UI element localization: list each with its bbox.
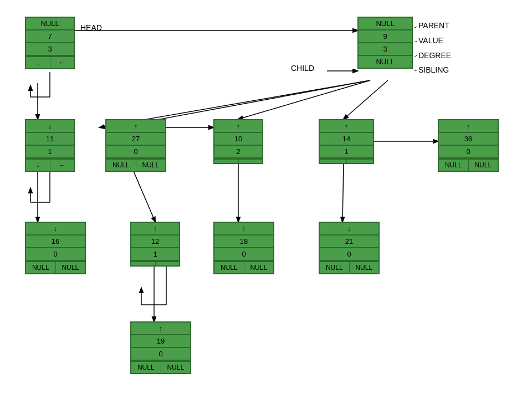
n10-arrow: ↑	[214, 120, 262, 133]
n18-val: 18	[214, 236, 273, 248]
n12-ptrs	[131, 261, 179, 265]
n9-null: NULL	[359, 56, 412, 68]
n14-sib	[347, 160, 374, 163]
n18-null2: NULL	[244, 262, 274, 273]
n21-null2: NULL	[350, 262, 379, 273]
n16-arrow: ↓	[26, 223, 85, 236]
svg-line-8	[344, 80, 388, 119]
n36-deg: 0	[439, 146, 498, 158]
n36-arrow: ↑	[439, 120, 498, 133]
label-lines	[0, 0, 532, 399]
svg-line-16	[342, 163, 344, 222]
n27-null2: NULL	[136, 160, 166, 171]
n27-deg: 0	[106, 146, 165, 158]
n19-null1: NULL	[131, 362, 161, 373]
n27-arrow: ↑	[106, 120, 165, 133]
n14-ptrs	[320, 158, 373, 163]
n10-child	[214, 160, 239, 163]
n14-node: ↑ 14 1	[319, 119, 374, 164]
head-label: HEAD	[80, 23, 102, 32]
n21-val: 21	[320, 236, 378, 248]
n36-ptrs: NULL NULL	[439, 158, 498, 171]
n19-null2: NULL	[161, 362, 191, 373]
n10-sib	[239, 160, 263, 163]
arrows-svg	[0, 0, 532, 399]
n21-node: ↓ 21 0 NULL NULL	[319, 222, 380, 274]
n19-deg: 0	[131, 348, 190, 361]
n21-null1: NULL	[320, 262, 350, 273]
n21-deg: 0	[320, 248, 378, 261]
root-child-ptr: ↓	[26, 57, 50, 68]
n14-val: 14	[320, 133, 373, 146]
svg-line-25	[415, 55, 417, 57]
n12-arrow: ↑	[131, 223, 179, 236]
n18-deg: 0	[214, 248, 273, 261]
n14-child	[320, 160, 347, 163]
n11-ptrs: ↓ ←	[26, 158, 74, 171]
root-mid: 7	[26, 30, 74, 43]
root-ptrs: ↓ ←	[26, 56, 74, 68]
n12-sib	[156, 262, 180, 265]
root-node: NULL 7 3 ↓ ←	[25, 17, 75, 69]
n11-arrow: ↓	[26, 120, 74, 133]
degree-label: DEGREE	[418, 51, 451, 60]
n10-deg: 2	[214, 146, 262, 158]
n9-bot: 3	[359, 43, 412, 56]
svg-line-7	[238, 80, 370, 119]
svg-line-24	[415, 41, 417, 42]
n18-node: ↑ 18 0 NULL NULL	[213, 222, 274, 274]
value-label: VALUE	[418, 36, 443, 45]
n12-val: 12	[131, 236, 179, 248]
n36-val: 36	[439, 133, 498, 146]
n27-node: ↑ 27 0 NULL NULL	[105, 119, 166, 172]
n21-arrow: ↓	[320, 223, 378, 236]
n14-deg: 1	[320, 146, 373, 158]
child-label: CHILD	[291, 64, 314, 73]
n19-arrow: ↑	[131, 323, 190, 335]
n36-null2: NULL	[469, 160, 498, 171]
n10-val: 10	[214, 133, 262, 146]
sibling-label: SIBLING	[418, 65, 449, 74]
root-sibling-ptr: ←	[50, 57, 74, 68]
svg-line-26	[415, 70, 417, 71]
n27-null1: NULL	[106, 160, 136, 171]
n18-null1: NULL	[214, 262, 244, 273]
n10-ptrs	[214, 158, 262, 163]
root-top: NULL	[26, 18, 74, 30]
n36-node: ↑ 36 0 NULL NULL	[438, 119, 499, 172]
n27-val: 27	[106, 133, 165, 146]
n19-ptrs: NULL NULL	[131, 361, 190, 373]
n18-arrow: ↑	[214, 223, 273, 236]
n11-node: ↓ 11 1 ↓ ←	[25, 119, 75, 172]
root-bot: 3	[26, 43, 74, 56]
n16-null1: NULL	[26, 262, 56, 273]
n12-child	[131, 262, 156, 265]
parent-label: PARENT	[418, 21, 449, 30]
n16-val: 16	[26, 236, 85, 248]
n19-val: 19	[131, 335, 190, 348]
n27-ptrs: NULL NULL	[106, 158, 165, 171]
svg-line-6	[130, 80, 370, 125]
n11-sib: ←	[50, 160, 74, 171]
n9-node: NULL 9 3 NULL	[357, 17, 413, 69]
n19-node: ↑ 19 0 NULL NULL	[130, 321, 191, 374]
n9-top: NULL	[359, 18, 412, 30]
n14-arrow: ↑	[320, 120, 373, 133]
svg-line-23	[415, 27, 417, 28]
n16-deg: 0	[26, 248, 85, 261]
svg-line-13	[130, 163, 155, 222]
n10-node: ↑ 10 2	[213, 119, 263, 164]
n21-ptrs: NULL NULL	[320, 261, 378, 273]
n12-node: ↑ 12 1	[130, 222, 180, 267]
n9-mid: 9	[359, 30, 412, 43]
n11-deg: 1	[26, 146, 74, 158]
n11-val: 11	[26, 133, 74, 146]
n36-null1: NULL	[439, 160, 469, 171]
n16-node: ↓ 16 0 NULL NULL	[25, 222, 86, 274]
n16-null2: NULL	[56, 262, 85, 273]
n18-ptrs: NULL NULL	[214, 261, 273, 273]
n11-child: ↓	[26, 160, 50, 171]
n16-ptrs: NULL NULL	[26, 261, 85, 273]
n12-deg: 1	[131, 248, 179, 261]
